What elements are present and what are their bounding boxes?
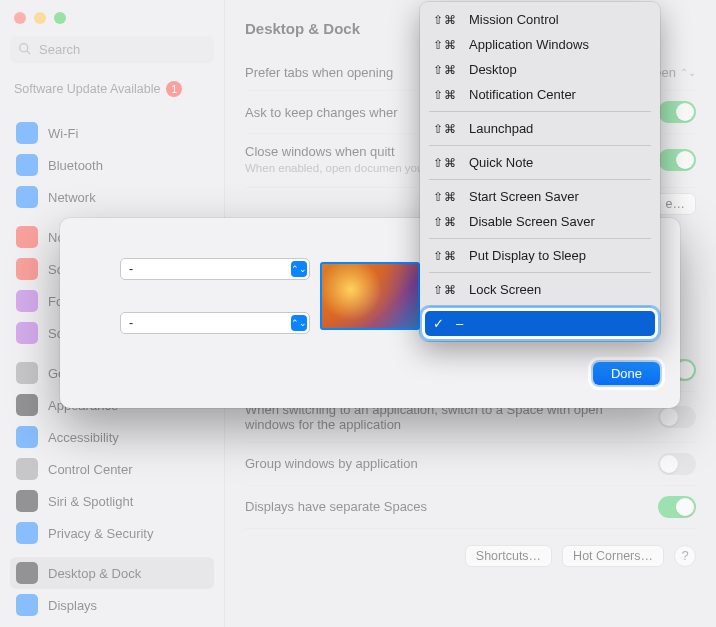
sidebar-item-label: Accessibility [48, 430, 119, 445]
modifier-keys: ⇧⌘ [433, 63, 461, 77]
separate-toggle[interactable] [658, 496, 696, 518]
group-app-row: Group windows by application [245, 443, 696, 486]
sidebar-item-wi-fi[interactable]: Wi-Fi [10, 117, 214, 149]
chevron-updown-icon: ⌃⌄ [291, 261, 307, 277]
sidebar-item-bluetooth[interactable]: Bluetooth [10, 149, 214, 181]
menu-item-application-windows[interactable]: ⇧⌘Application Windows [425, 32, 655, 57]
titlebar [10, 8, 214, 34]
close-window-button[interactable] [14, 12, 26, 24]
menu-item-desktop[interactable]: ⇧⌘Desktop [425, 57, 655, 82]
access-icon [16, 426, 38, 448]
separate-label: Displays have separate Spaces [245, 499, 646, 514]
modifier-keys: ⇧⌘ [433, 190, 461, 204]
ask-keep-toggle[interactable] [658, 101, 696, 123]
software-update-label: Software Update Available [14, 82, 160, 96]
separate-row: Displays have separate Spaces [245, 486, 696, 529]
software-update-row[interactable]: Software Update Available 1 [10, 77, 214, 109]
sidebar-item-privacy-security[interactable]: Privacy & Security [10, 517, 214, 549]
network-icon [16, 186, 38, 208]
menu-item-disable-screen-saver[interactable]: ⇧⌘Disable Screen Saver [425, 209, 655, 234]
minimize-window-button[interactable] [34, 12, 46, 24]
truncated-button[interactable]: e… [655, 193, 696, 215]
menu-item-none[interactable]: ✓– [425, 311, 655, 336]
chevron-updown-icon: ⌃⌄ [680, 67, 696, 78]
switch-app-toggle[interactable] [658, 406, 696, 428]
corner-bottom-left-dropdown[interactable]: - ⌃⌄ [120, 312, 310, 334]
moon-icon [16, 290, 38, 312]
speaker-icon [16, 258, 38, 280]
menu-separator [429, 238, 651, 239]
menu-item-put-display-to-sleep[interactable]: ⇧⌘Put Display to Sleep [425, 243, 655, 268]
menu-item-launchpad[interactable]: ⇧⌘Launchpad [425, 116, 655, 141]
modifier-keys: ⇧⌘ [433, 13, 461, 27]
corner-action-menu: ⇧⌘Mission Control⇧⌘Application Windows⇧⌘… [420, 2, 660, 341]
sidebar-item-control-center[interactable]: Control Center [10, 453, 214, 485]
appearance-icon [16, 394, 38, 416]
dock-icon [16, 562, 38, 584]
modifier-keys: ⇧⌘ [433, 38, 461, 52]
sidebar-item-label: Displays [48, 598, 97, 613]
menu-item-mission-control[interactable]: ⇧⌘Mission Control [425, 7, 655, 32]
search-field[interactable] [10, 36, 214, 63]
sidebar-item-network[interactable]: Network [10, 181, 214, 213]
sidebar-item-label: Bluetooth [48, 158, 103, 173]
checkmark-icon: ✓ [433, 316, 444, 331]
sidebar-item-accessibility[interactable]: Accessibility [10, 421, 214, 453]
menu-separator [429, 111, 651, 112]
menu-item-notification-center[interactable]: ⇧⌘Notification Center [425, 82, 655, 107]
modifier-keys: ⇧⌘ [433, 283, 461, 297]
sidebar-item-label: Privacy & Security [48, 526, 153, 541]
menu-item-quick-note[interactable]: ⇧⌘Quick Note [425, 150, 655, 175]
screen-thumbnail [320, 262, 420, 330]
corner-top-left-dropdown[interactable]: - ⌃⌄ [120, 258, 310, 280]
hotcorners-button[interactable]: Hot Corners… [562, 545, 664, 567]
hand-icon [16, 522, 38, 544]
menu-item-lock-screen[interactable]: ⇧⌘Lock Screen [425, 277, 655, 302]
menu-separator [429, 145, 651, 146]
sidebar-item-siri-spotlight[interactable]: Siri & Spotlight [10, 485, 214, 517]
shortcuts-button[interactable]: Shortcuts… [465, 545, 552, 567]
update-badge: 1 [166, 81, 182, 97]
modifier-keys: ⇧⌘ [433, 249, 461, 263]
svg-point-0 [20, 43, 28, 51]
menu-separator [429, 179, 651, 180]
sidebar-item-label: Siri & Spotlight [48, 494, 133, 509]
gear-icon [16, 362, 38, 384]
sidebar-item-label: Wi-Fi [48, 126, 78, 141]
sidebar-item-displays[interactable]: Displays [10, 589, 214, 621]
sidebar-item-label: Control Center [48, 462, 133, 477]
close-quit-toggle[interactable] [658, 149, 696, 171]
help-button[interactable]: ? [674, 545, 696, 567]
wifi-icon [16, 122, 38, 144]
cc-icon [16, 458, 38, 480]
sidebar-item-label: Network [48, 190, 96, 205]
siri-icon [16, 490, 38, 512]
svg-line-1 [27, 50, 30, 53]
sidebar-item-desktop-dock[interactable]: Desktop & Dock [10, 557, 214, 589]
menu-separator [429, 272, 651, 273]
group-app-toggle[interactable] [658, 453, 696, 475]
timer-icon [16, 322, 38, 344]
group-app-label: Group windows by application [245, 456, 646, 471]
menu-separator [429, 306, 651, 307]
bluetooth-icon [16, 154, 38, 176]
sidebar-item-label: Desktop & Dock [48, 566, 141, 581]
display-icon [16, 594, 38, 616]
chevron-updown-icon: ⌃⌄ [291, 315, 307, 331]
done-button[interactable]: Done [593, 362, 660, 385]
search-input[interactable] [37, 41, 206, 58]
modifier-keys: ⇧⌘ [433, 215, 461, 229]
modifier-keys: ⇧⌘ [433, 122, 461, 136]
menu-item-start-screen-saver[interactable]: ⇧⌘Start Screen Saver [425, 184, 655, 209]
bell-icon [16, 226, 38, 248]
zoom-window-button[interactable] [54, 12, 66, 24]
footer-buttons: Shortcuts… Hot Corners… ? [245, 545, 696, 567]
modifier-keys: ⇧⌘ [433, 88, 461, 102]
search-icon [18, 42, 31, 58]
modifier-keys: ⇧⌘ [433, 156, 461, 170]
